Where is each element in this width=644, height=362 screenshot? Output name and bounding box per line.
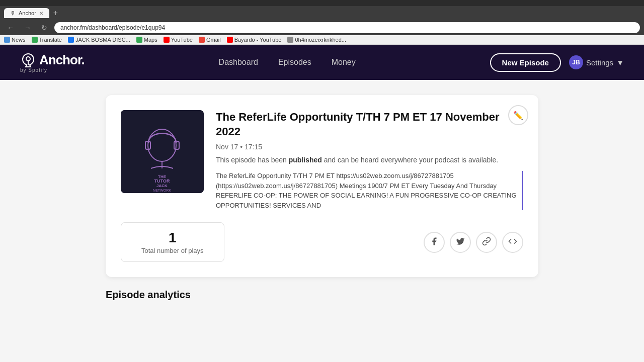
analytics-section: Episode analytics xyxy=(106,289,538,301)
bookmark-other-label: 0h4mozeixrknkhed... xyxy=(295,37,346,43)
bookmark-maps-icon xyxy=(136,37,142,43)
logo-text: Anchor. xyxy=(20,52,85,68)
episode-status: This episode has been published and can … xyxy=(216,156,523,164)
share-facebook-button[interactable] xyxy=(424,232,445,253)
bookmark-maps[interactable]: Maps xyxy=(136,37,157,43)
bookmark-other[interactable]: 0h4mozeixrknkhed... xyxy=(287,37,346,43)
plays-box: 1 Total number of plays xyxy=(121,222,224,262)
url-bar[interactable]: anchor.fm/dashboard/episode/e1qup94 xyxy=(54,22,640,33)
bookmark-youtube-label: YouTube xyxy=(171,37,193,43)
bookmark-bayardo-icon xyxy=(227,37,233,43)
episode-info: The ReferLife Opportunity T/TH 7 PM ET 1… xyxy=(216,110,523,210)
svg-text:TUTOR: TUTOR xyxy=(154,178,170,184)
analytics-title: Episode analytics xyxy=(106,289,538,301)
header-actions: New Episode JB Settings ▼ xyxy=(490,53,624,72)
bookmark-translate-icon xyxy=(32,37,38,43)
bookmark-news-icon xyxy=(4,37,10,43)
bookmark-other-icon xyxy=(287,37,293,43)
bookmark-news[interactable]: News xyxy=(4,37,26,43)
episode-thumbnail: THE TUTOR JACK NETWORK xyxy=(121,110,204,193)
browser-tab[interactable]: 🎙 Anchor ✕ xyxy=(4,8,49,18)
bookmark-jack-icon xyxy=(68,37,74,43)
status-prefix: This episode has been xyxy=(216,156,289,164)
episode-title: The ReferLife Opportunity T/TH 7 PM ET 1… xyxy=(216,110,523,139)
nav-episodes[interactable]: Episodes xyxy=(278,58,311,67)
edit-button[interactable]: ✏️ xyxy=(508,105,528,125)
bookmark-bayardo[interactable]: Bayardo - YouTube xyxy=(227,37,282,43)
bookmark-youtube[interactable]: YouTube xyxy=(164,37,193,43)
tab-title: Anchor xyxy=(19,10,36,16)
settings-button[interactable]: JB Settings ▼ xyxy=(569,55,624,69)
episode-card: ✏️ THE xyxy=(106,95,538,277)
bookmark-gmail[interactable]: Gmail xyxy=(199,37,221,43)
svg-text:NETWORK: NETWORK xyxy=(153,189,171,192)
share-embed-button[interactable] xyxy=(502,232,523,253)
browser-chrome xyxy=(0,0,644,6)
episode-bottom: 1 Total number of plays xyxy=(121,222,523,262)
tab-close-icon[interactable]: ✕ xyxy=(39,11,43,16)
logo[interactable]: Anchor. by Spotify xyxy=(20,52,85,73)
bookmark-maps-label: Maps xyxy=(144,37,157,43)
share-twitter-button[interactable] xyxy=(450,232,471,253)
edit-icon: ✏️ xyxy=(513,111,523,120)
bookmark-news-label: News xyxy=(12,37,26,43)
facebook-icon xyxy=(430,237,439,248)
bookmark-jack-label: JACK BOSMA DISC... xyxy=(75,37,130,43)
new-episode-button[interactable]: New Episode xyxy=(490,53,561,72)
nav-money[interactable]: Money xyxy=(332,58,356,67)
browser-tabs: 🎙 Anchor ✕ + xyxy=(0,6,644,20)
status-word: published xyxy=(289,156,322,164)
app-header: Anchor. by Spotify Dashboard Episodes Mo… xyxy=(0,45,644,80)
bookmark-bayardo-label: Bayardo - YouTube xyxy=(234,37,282,43)
link-icon xyxy=(482,237,491,248)
bookmark-translate-label: Translate xyxy=(39,37,62,43)
episode-description: The ReferLife Opportunity T/TH 7 PM ET h… xyxy=(216,171,523,210)
user-avatar: JB xyxy=(569,55,583,69)
back-button[interactable]: ← xyxy=(4,23,17,33)
thumbnail-svg: THE TUTOR JACK NETWORK xyxy=(121,110,204,193)
refresh-button[interactable]: ↻ xyxy=(38,23,50,33)
status-suffix: and can be heard everywhere your podcast… xyxy=(322,156,498,164)
settings-chevron-icon: ▼ xyxy=(616,58,624,67)
share-link-button[interactable] xyxy=(476,232,497,253)
header-nav: Dashboard Episodes Money xyxy=(219,58,356,67)
bookmarks-bar: News Translate JACK BOSMA DISC... Maps Y… xyxy=(0,35,644,45)
episode-top: THE TUTOR JACK NETWORK The ReferLife Opp… xyxy=(121,110,523,210)
anchor-logo-icon xyxy=(20,52,36,68)
forward-button[interactable]: → xyxy=(21,23,34,33)
bookmark-jack[interactable]: JACK BOSMA DISC... xyxy=(68,37,130,43)
bookmark-gmail-icon xyxy=(199,37,205,43)
settings-label: Settings xyxy=(586,58,613,67)
plays-label: Total number of plays xyxy=(141,247,204,254)
embed-icon xyxy=(508,237,517,248)
plays-number: 1 xyxy=(141,230,204,246)
logo-sub: by Spotify xyxy=(20,67,85,73)
bookmark-translate[interactable]: Translate xyxy=(32,37,62,43)
share-buttons xyxy=(424,232,523,253)
new-tab-icon[interactable]: + xyxy=(53,9,58,18)
svg-text:JACK: JACK xyxy=(156,184,168,188)
twitter-icon xyxy=(456,237,465,248)
main-content: ✏️ THE xyxy=(96,95,548,301)
bookmark-youtube-icon xyxy=(164,37,170,43)
bookmark-gmail-label: Gmail xyxy=(206,37,221,43)
svg-point-0 xyxy=(26,57,30,61)
episode-meta: Nov 17 • 17:15 xyxy=(216,143,523,151)
nav-dashboard[interactable]: Dashboard xyxy=(219,58,258,67)
browser-nav: ← → ↻ anchor.fm/dashboard/episode/e1qup9… xyxy=(0,20,644,35)
url-text: anchor.fm/dashboard/episode/e1qup94 xyxy=(60,24,165,31)
